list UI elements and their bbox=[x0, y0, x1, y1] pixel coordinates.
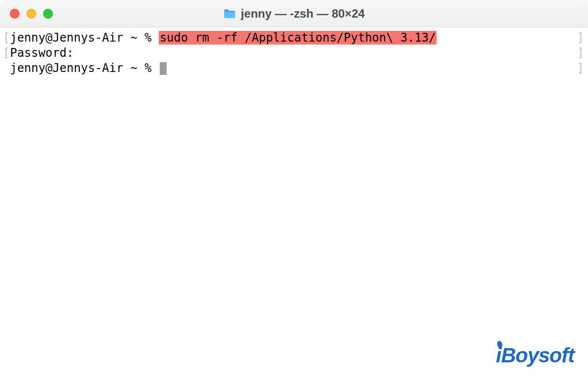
left-bracket-icon: [ bbox=[3, 31, 10, 45]
terminal-line-3: jenny@Jennys-Air ~ % ] bbox=[3, 61, 585, 76]
close-button[interactable] bbox=[10, 9, 20, 19]
left-bracket-icon: [ bbox=[3, 46, 10, 60]
watermark-logo: iBoysoft bbox=[496, 342, 574, 369]
maximize-button[interactable] bbox=[43, 9, 53, 19]
terminal-window: jenny — -zsh — 80×24 [jenny@Jennys-Air ~… bbox=[0, 0, 588, 378]
password-prompt: Password: bbox=[10, 46, 74, 60]
window-title-text: jenny — -zsh — 80×24 bbox=[241, 7, 365, 21]
terminal-line-1: [jenny@Jennys-Air ~ % sudo rm -rf /Appli… bbox=[3, 30, 585, 46]
right-bracket-icon: ] bbox=[577, 61, 584, 76]
prompt-text: jenny@Jennys-Air ~ % bbox=[10, 61, 158, 75]
cursor-icon bbox=[160, 62, 167, 75]
terminal-line-2: [Password:] bbox=[3, 46, 585, 61]
prompt-text: jenny@Jennys-Air ~ % bbox=[10, 31, 158, 45]
watermark-i: i bbox=[496, 344, 501, 367]
watermark-rest: Boysoft bbox=[501, 344, 574, 367]
right-bracket-icon: ] bbox=[577, 46, 584, 61]
traffic-lights bbox=[10, 9, 53, 19]
folder-icon bbox=[223, 8, 236, 19]
command-highlight: sudo rm -rf /Applications/Python\ 3.13/ bbox=[159, 31, 437, 45]
minimize-button[interactable] bbox=[26, 9, 36, 19]
terminal-body[interactable]: [jenny@Jennys-Air ~ % sudo rm -rf /Appli… bbox=[0, 27, 588, 378]
titlebar[interactable]: jenny — -zsh — 80×24 bbox=[0, 0, 588, 27]
window-title: jenny — -zsh — 80×24 bbox=[223, 7, 365, 21]
right-bracket-icon: ] bbox=[577, 30, 584, 46]
